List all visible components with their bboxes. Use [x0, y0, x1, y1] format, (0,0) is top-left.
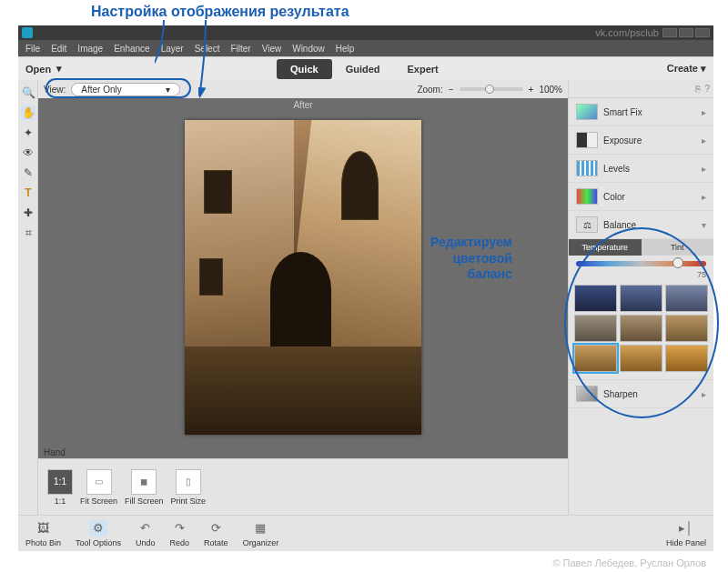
levels-icon — [576, 160, 598, 176]
menubar[interactable]: File Edit Image Enhance Layer Select Fil… — [18, 40, 713, 56]
close-button[interactable] — [695, 28, 710, 37]
hide-panel-button[interactable]: ▸│Hide Panel — [666, 520, 706, 547]
ft-label: Hide Panel — [666, 538, 706, 547]
type-tool-icon[interactable]: T — [21, 186, 35, 200]
minimize-button[interactable] — [662, 28, 677, 37]
create-button[interactable]: Create ▾ — [667, 63, 706, 75]
maximize-button[interactable] — [679, 28, 693, 37]
preset[interactable] — [620, 285, 662, 312]
photo-canvas[interactable] — [185, 120, 421, 435]
menu-file[interactable]: File — [25, 44, 40, 54]
adj-levels[interactable]: Levels▸ — [569, 155, 713, 183]
menu-view[interactable]: View — [262, 44, 282, 54]
tab-guided[interactable]: Guided — [332, 59, 394, 79]
balance-subpanel: Temperature Tint 75 — [569, 239, 713, 380]
ft-label: Organizer — [243, 538, 279, 547]
menu-enhance[interactable]: Enhance — [114, 44, 149, 54]
hand-tool-icon[interactable]: ✋ — [21, 105, 35, 120]
panel-menu-icon[interactable]: ⎘ — [695, 84, 701, 94]
adj-sharpen[interactable]: Sharpen▸ — [569, 380, 713, 408]
annot-r2: цветовой — [430, 251, 512, 267]
annotation-arrow-2 — [198, 18, 217, 100]
photo-bin-icon: 🖼 — [35, 520, 53, 537]
zoom-tool-icon[interactable]: 🔍 — [21, 85, 35, 100]
hide-panel-icon: ▸│ — [677, 520, 695, 537]
opt-print[interactable]: ▯Print Size — [171, 469, 207, 506]
preset[interactable] — [620, 315, 662, 342]
menu-image[interactable]: Image — [77, 44, 103, 54]
opt-label: Fit Screen — [80, 497, 117, 506]
adj-exposure[interactable]: Exposure▸ — [569, 126, 713, 155]
panel-top: ⎘ ? — [569, 80, 713, 98]
opt-fill[interactable]: ◼Fill Screen — [125, 469, 164, 506]
after-label: After — [38, 98, 568, 112]
zoom-control: Zoom: − + 100% — [417, 85, 562, 95]
balance-icon: ⚖ — [576, 216, 598, 233]
photo-bin-button[interactable]: 🖼Photo Bin — [25, 520, 61, 547]
panel-help-icon[interactable]: ? — [704, 84, 710, 94]
adj-label: Exposure — [603, 135, 642, 146]
window-controls — [662, 28, 710, 37]
zoom-in-icon[interactable]: + — [529, 85, 534, 95]
smartfix-icon — [576, 104, 598, 120]
tab-quick[interactable]: Quick — [277, 59, 332, 79]
undo-button[interactable]: ↶Undo — [136, 520, 156, 547]
rotate-icon: ⟳ — [207, 520, 225, 537]
preset[interactable] — [574, 285, 617, 312]
healing-tool-icon[interactable]: ✚ — [21, 206, 35, 220]
adj-label: Levels — [603, 164, 630, 174]
main-area: 🔍 ✋ ✦ 👁 ✎ T ✚ ⌗ View: After Only▾ Zoom: … — [18, 80, 713, 515]
preset[interactable] — [665, 315, 708, 342]
menu-window[interactable]: Window — [292, 44, 325, 54]
ft-label: Tool Options — [76, 538, 121, 547]
redo-icon: ↷ — [170, 520, 188, 537]
zoom-slider[interactable] — [460, 87, 523, 91]
whiten-tool-icon[interactable]: ✎ — [21, 166, 35, 180]
zoom-out-icon[interactable]: − — [449, 85, 454, 95]
crop-tool-icon[interactable]: ⌗ — [21, 226, 35, 240]
organizer-button[interactable]: ▦Organizer — [243, 520, 279, 547]
organizer-icon: ▦ — [251, 520, 269, 537]
adj-color[interactable]: Color▸ — [569, 183, 713, 211]
preset-selected[interactable] — [574, 345, 617, 372]
menu-help[interactable]: Help — [336, 44, 355, 54]
tool-options-button[interactable]: ⚙Tool Options — [76, 520, 121, 547]
redeye-tool-icon[interactable]: 👁 — [21, 146, 35, 160]
adj-label: Color — [603, 192, 625, 202]
help-icon[interactable]: ? ⓘ — [546, 446, 562, 458]
credit: © Павел Лебедев, Руслан Орлов — [552, 557, 706, 568]
preset[interactable] — [665, 345, 708, 372]
menu-edit[interactable]: Edit — [51, 44, 66, 54]
zoom-label: Zoom: — [417, 85, 442, 95]
preset[interactable] — [574, 315, 617, 342]
preset[interactable] — [620, 345, 662, 372]
quick-select-tool-icon[interactable]: ✦ — [21, 125, 35, 140]
tab-tint[interactable]: Tint — [642, 239, 714, 256]
tab-expert[interactable]: Expert — [394, 59, 452, 79]
adj-balance[interactable]: ⚖ Balance▾ — [569, 211, 713, 239]
opt-fit[interactable]: ▭Fit Screen — [80, 469, 117, 506]
toolstrip: 🔍 ✋ ✦ 👁 ✎ T ✚ ⌗ — [18, 80, 38, 515]
ft-label: Undo — [136, 538, 156, 547]
tab-temperature[interactable]: Temperature — [569, 239, 642, 256]
opt-1to1[interactable]: 1:11:1 — [47, 469, 73, 506]
app-window: vk.com/psclub File Edit Image Enhance La… — [18, 25, 713, 551]
opt-label: Fill Screen — [125, 497, 164, 506]
balance-slider[interactable] — [576, 261, 706, 266]
view-label: View: — [44, 85, 66, 95]
modebar: Open▾ Quick Guided Expert Create ▾ — [18, 56, 713, 80]
options-bar: 1:11:1 ▭Fit Screen ◼Fill Screen ▯Print S… — [38, 458, 568, 515]
footer-bar: 🖼Photo Bin ⚙Tool Options ↶Undo ↷Redo ⟳Ro… — [18, 515, 713, 551]
adj-smartfix[interactable]: Smart Fix▸ — [569, 98, 713, 126]
menu-filter[interactable]: Filter — [230, 44, 250, 54]
annot-r1: Редактируем — [430, 235, 512, 251]
open-button[interactable]: Open▾ — [25, 63, 62, 75]
redo-button[interactable]: ↷Redo — [170, 520, 190, 547]
app-logo-icon — [22, 27, 33, 38]
sharpen-icon — [576, 386, 598, 402]
adj-label: Smart Fix — [603, 107, 642, 117]
titlebar: vk.com/psclub — [18, 25, 713, 40]
preset[interactable] — [665, 285, 708, 312]
annot-r3: баланс — [430, 266, 512, 283]
rotate-button[interactable]: ⟳Rotate — [204, 520, 228, 547]
